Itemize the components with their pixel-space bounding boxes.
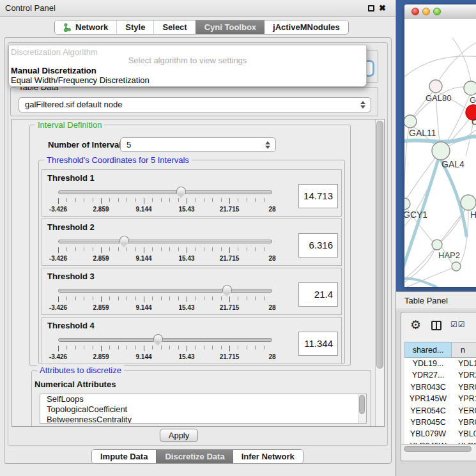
threshold-1-panel: Threshold 1 -3.4262.8599.14415.4321.7152… [42, 169, 342, 217]
zoom-traffic-light-icon[interactable] [433, 8, 441, 15]
node-gal11[interactable] [404, 115, 417, 128]
slider-track[interactable] [58, 240, 272, 243]
column-header-name[interactable]: n [452, 342, 476, 358]
cell-name: YDR2 [452, 369, 476, 381]
select-columns-checkboxes-icon[interactable]: ☑☑ [450, 320, 466, 329]
table-row[interactable]: YBL079WYBL0 [404, 428, 476, 440]
list-scrollbar[interactable] [358, 394, 366, 423]
network-canvas[interactable]: GAL80 GA C GAL11 GAL4 GCY1 H HAP2 [404, 19, 476, 287]
tab-impute-data[interactable]: Impute Data [92, 450, 156, 463]
tick-label: 2.859 [93, 206, 109, 213]
tab-discretize-data[interactable]: Discretize Data [156, 450, 233, 463]
tick-label: 9.144 [135, 206, 151, 213]
table-row[interactable]: YBR045CYBR0 [404, 417, 476, 428]
settings-scrollbar[interactable] [375, 119, 384, 426]
cell-shared-name: YBL079W [404, 428, 452, 440]
cell-name: YBR0 [452, 381, 476, 393]
minimize-traffic-light-icon[interactable] [422, 8, 430, 15]
screen: Control Panel ✖ Network Style Select [0, 0, 476, 476]
tick-label: 2.859 [93, 255, 109, 262]
tick-label: 28 [268, 255, 275, 262]
cell-shared-name: YBR045C [404, 417, 452, 428]
tick-label: 15.43 [178, 304, 194, 311]
table-row[interactable]: YER054CYER0 [404, 405, 476, 417]
tab-select[interactable]: Select [153, 20, 195, 34]
node-label-gal80: GAL80 [426, 93, 451, 103]
table-row[interactable]: YDL19...YDL1 [404, 358, 476, 369]
node-gcy1[interactable] [404, 198, 410, 210]
node-gal80[interactable] [429, 80, 442, 93]
gear-icon[interactable]: ⚙ [410, 318, 421, 332]
node-gal4[interactable] [432, 142, 450, 160]
tab-impute-data-label: Impute Data [100, 452, 148, 461]
column-header-shared-name[interactable]: shared... [404, 342, 452, 358]
node-partial-low-right[interactable] [461, 195, 476, 210]
slider-thumb[interactable] [119, 236, 129, 243]
attributes-group-label: Attributes to discretize [37, 365, 124, 375]
cell-name: YDL1 [452, 358, 476, 369]
tab-network[interactable]: Network [55, 20, 116, 34]
scrollbar-thumb[interactable] [376, 121, 383, 369]
number-of-intervals-combobox[interactable]: 5 [120, 137, 276, 152]
slider-ticks [58, 247, 272, 253]
slider-track[interactable] [58, 190, 272, 194]
list-item[interactable]: BetweennessCentrality [40, 415, 366, 424]
tick-label: 21.715 [220, 206, 240, 213]
tick-label: 15.43 [178, 255, 194, 262]
scrollbar-thumb[interactable] [359, 395, 365, 414]
tick-label: 9.144 [135, 353, 151, 360]
table-row[interactable]: YDR27...YDR2 [404, 369, 476, 381]
tick-label: 2.859 [93, 304, 109, 311]
tick-label: 21.715 [220, 304, 240, 311]
list-item[interactable]: TopologicalCoefficient [40, 404, 366, 415]
network-window-titlebar [404, 4, 476, 19]
control-panel-titlebar: Control Panel ✖ [0, 0, 395, 17]
cell-shared-name: YER054C [404, 405, 452, 417]
slider-track[interactable] [58, 289, 272, 293]
algorithm-option-manual[interactable]: Manual Discretization [11, 66, 96, 75]
algorithm-option-equal-width[interactable]: Equal Width/Frequency Discretization [11, 75, 150, 85]
threshold-1-value-field[interactable]: 14.713 [298, 184, 338, 208]
cell-name: YER0 [452, 405, 476, 417]
slider-thumb[interactable] [222, 285, 232, 292]
tab-infer-network[interactable]: Infer Network [233, 450, 303, 463]
columns-icon[interactable] [431, 321, 441, 330]
slider-track[interactable] [58, 338, 272, 342]
node-label-hap2: HAP2 [438, 250, 460, 260]
list-item[interactable]: SelfLoops [40, 394, 366, 404]
table-data-combobox[interactable]: galFiltered.sif default node [19, 97, 371, 112]
node-bottom[interactable] [452, 262, 461, 271]
threshold-2-value-field[interactable]: 6.316 [298, 233, 338, 257]
slider-ticks [58, 346, 272, 351]
close-traffic-light-icon[interactable] [411, 8, 419, 15]
table-row[interactable]: YBR043CYBR0 [404, 381, 476, 393]
threshold-4-value-field[interactable]: 11.344 [298, 332, 338, 356]
tab-style[interactable]: Style [116, 20, 153, 34]
threshold-2-panel: Threshold 2 -3.4262.8599.14415.4321.7152… [42, 219, 342, 266]
tab-select-label: Select [162, 22, 187, 32]
table-rows: YDL19...YDL1 YDR27...YDR2 YBR043CYBR0 YP… [404, 358, 476, 452]
number-of-intervals-label: Number of Intervals [48, 140, 126, 150]
network-window-frame: GAL80 GA C GAL11 GAL4 GCY1 H HAP2 [396, 0, 476, 291]
float-window-icon[interactable] [368, 5, 374, 12]
close-icon[interactable]: ✖ [379, 0, 386, 16]
table-horizontal-scrollbar[interactable] [401, 444, 476, 453]
bottom-tab-bar: Impute Data Discretize Data Infer Networ… [91, 449, 303, 464]
tick-label: 28 [268, 304, 275, 311]
slider-ticks [58, 198, 272, 204]
algorithm-popup-hint: Select algorithm to view settings [9, 56, 366, 65]
tab-cyni-toolbox[interactable]: Cyni Toolbox [196, 20, 265, 34]
table-row[interactable]: YPR145WYPR1 [404, 393, 476, 404]
apply-button[interactable]: Apply [160, 429, 198, 442]
node-label-gcy1: GCY1 [404, 210, 427, 220]
combo-spinner-icon [360, 101, 365, 109]
right-panel: GAL80 GA C GAL11 GAL4 GCY1 H HAP2 Table … [396, 0, 476, 476]
scrollbar-thumb[interactable] [404, 446, 472, 452]
slider-thumb[interactable] [153, 334, 163, 341]
tab-jactivemnodules[interactable]: jActiveMNodules [265, 20, 348, 34]
threshold-3-value-field[interactable]: 21.4 [298, 282, 338, 307]
node-hap2[interactable] [432, 240, 442, 250]
cell-name: YBL0 [452, 428, 476, 440]
node-partial-top-right[interactable] [464, 81, 476, 95]
slider-thumb[interactable] [176, 187, 186, 194]
